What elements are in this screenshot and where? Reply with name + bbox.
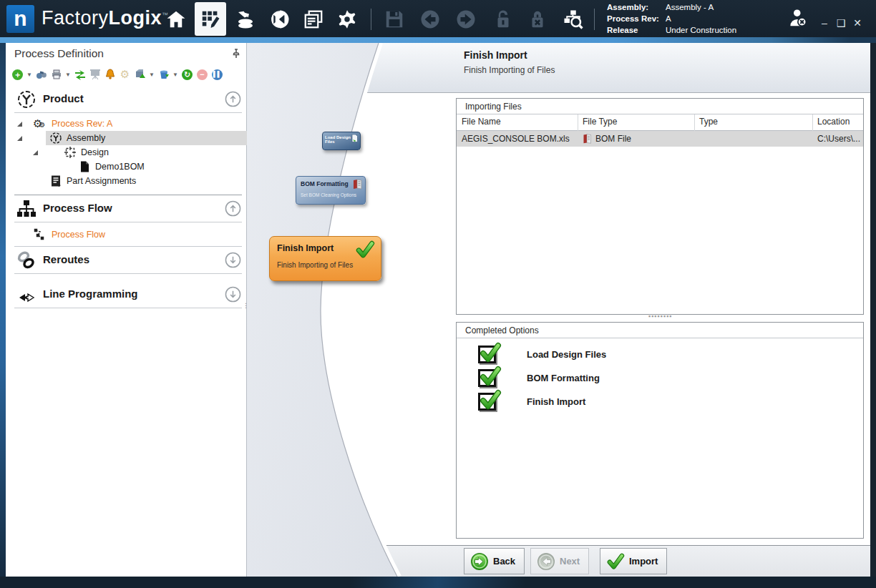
tree-item-assembly[interactable]: Assembly bbox=[6, 131, 247, 145]
assembly-label: Assembly: bbox=[607, 2, 666, 13]
home-icon[interactable] bbox=[162, 6, 190, 33]
window-frame-right bbox=[870, 43, 876, 577]
settings-gear-icon[interactable] bbox=[334, 6, 361, 33]
print-dropdown-icon[interactable]: ▼ bbox=[65, 72, 71, 78]
documents-icon[interactable] bbox=[300, 6, 327, 33]
completed-option-label: BOM Formatting bbox=[527, 373, 600, 383]
pause-icon[interactable]: ▌▌ bbox=[211, 69, 223, 81]
group-splitter-grip[interactable]: ▪▪▪▪▪▪▪▪ bbox=[644, 315, 676, 319]
wizard-step-title: Finish Import bbox=[464, 49, 527, 61]
table-row[interactable]: AEGIS_CONSOLE BOM.xls BOM File C:\Users\… bbox=[457, 131, 863, 147]
production-icon[interactable] bbox=[266, 6, 293, 33]
print-icon[interactable] bbox=[50, 69, 62, 81]
section-product[interactable]: Product bbox=[6, 87, 247, 112]
tree-item-label: Process Rev: A bbox=[52, 119, 112, 129]
step-card-finish-import[interactable]: Finish Import Finish Importing of Files bbox=[269, 236, 381, 281]
expander-icon[interactable] bbox=[17, 122, 22, 127]
pin-icon[interactable] bbox=[230, 48, 242, 62]
bom-file-icon bbox=[583, 134, 592, 144]
minimize-button[interactable]: – bbox=[817, 17, 832, 29]
find-binoculars-icon[interactable] bbox=[35, 69, 47, 81]
col-location[interactable]: Location bbox=[817, 117, 850, 127]
section-reroutes-label: Reroutes bbox=[43, 253, 89, 265]
section-reroutes[interactable]: Reroutes bbox=[6, 248, 247, 273]
lock-discard-icon bbox=[524, 6, 551, 33]
refresh-icon[interactable]: ↻ bbox=[181, 69, 193, 81]
step-title: Finish Import bbox=[277, 243, 334, 253]
completed-option-row: BOM Formatting bbox=[457, 368, 863, 391]
section-product-label: Product bbox=[43, 92, 84, 104]
expander-icon[interactable] bbox=[33, 150, 38, 155]
process-definition-icon[interactable] bbox=[195, 2, 226, 36]
add-dropdown-icon[interactable]: ▼ bbox=[26, 72, 32, 78]
presentation-icon bbox=[89, 69, 101, 81]
add-icon[interactable]: ＋ bbox=[11, 69, 24, 81]
sync-icon[interactable] bbox=[74, 69, 86, 81]
cell-file-type: BOM File bbox=[595, 134, 631, 144]
toolbar-separator bbox=[594, 9, 595, 30]
back-arrow-icon bbox=[470, 552, 489, 571]
npi-import-icon[interactable] bbox=[232, 6, 259, 33]
divider bbox=[14, 112, 242, 113]
expand-down-icon[interactable] bbox=[225, 252, 241, 268]
design-icon bbox=[64, 146, 77, 159]
logout-user-icon[interactable] bbox=[784, 4, 812, 31]
back-button[interactable]: Back bbox=[464, 548, 525, 574]
tree-item-demo1bom[interactable]: Demo1BOM bbox=[6, 160, 247, 174]
bom-book-icon bbox=[352, 179, 363, 190]
importing-files-title: Importing Files bbox=[457, 99, 863, 114]
unlock-icon bbox=[490, 6, 517, 33]
collapse-up-icon[interactable] bbox=[225, 200, 241, 217]
divider bbox=[14, 273, 242, 274]
deploy-icon[interactable] bbox=[134, 69, 146, 81]
process-flow-icon bbox=[16, 198, 37, 220]
bell-icon[interactable] bbox=[104, 69, 116, 81]
tree-item-design[interactable]: Design bbox=[6, 145, 247, 160]
tree-item-process-flow[interactable]: Process Flow bbox=[6, 226, 247, 243]
deploy-dropdown-icon[interactable]: ▼ bbox=[149, 72, 155, 78]
tree-item-process-rev[interactable]: ⚙⚙ Process Rev: A bbox=[6, 117, 247, 131]
save-icon bbox=[381, 6, 408, 33]
assembly-icon bbox=[49, 132, 62, 144]
step-card-load-design-files[interactable]: Load Design Files bbox=[322, 132, 361, 150]
process-search-icon[interactable] bbox=[560, 6, 587, 33]
cleanup-dropdown-icon[interactable]: ▼ bbox=[172, 72, 178, 78]
checked-checkbox-icon bbox=[478, 369, 496, 387]
completed-options-group: Completed Options Load Design Files BOM … bbox=[456, 322, 864, 539]
tree-item-part-assignments[interactable]: Part Assignments bbox=[6, 174, 247, 188]
expander-icon[interactable] bbox=[17, 136, 22, 141]
toolbar-separator bbox=[371, 9, 371, 30]
collapse-up-icon[interactable] bbox=[225, 91, 241, 107]
panel-splitter-grip[interactable]: ⋮⋮⋮ bbox=[243, 304, 245, 315]
import-button[interactable]: Import bbox=[600, 548, 667, 574]
line-programming-icon bbox=[16, 287, 37, 308]
app-brand: FactoryLogix™ bbox=[42, 7, 169, 29]
col-type[interactable]: Type bbox=[699, 117, 718, 127]
section-line-programming-label: Line Programming bbox=[43, 288, 138, 300]
divider bbox=[14, 195, 242, 195]
cell-file-name: AEGIS_CONSOLE BOM.xls bbox=[462, 134, 570, 144]
expand-down-icon[interactable] bbox=[225, 286, 241, 303]
section-process-flow[interactable]: Process Flow bbox=[6, 197, 247, 221]
cleanup-bucket-icon[interactable] bbox=[157, 69, 170, 81]
importing-files-group: Importing Files File Name File Type Type… bbox=[456, 98, 864, 315]
completed-option-label: Finish Import bbox=[527, 396, 585, 407]
next-button[interactable]: Next bbox=[530, 548, 589, 574]
process-rev-label: Process Rev: bbox=[607, 14, 666, 24]
close-button[interactable]: ✕ bbox=[850, 17, 865, 29]
window-frame-left bbox=[0, 43, 6, 577]
wizard-step-subtitle: Finish Importing of Files bbox=[464, 65, 555, 75]
col-file-type[interactable]: File Type bbox=[583, 117, 617, 127]
tree-item-label: Assembly bbox=[67, 133, 105, 143]
factorylogix-logo-icon: n bbox=[6, 5, 34, 33]
title-bar: n FactoryLogix™ Assembly: Assembly - bbox=[0, 0, 876, 37]
check-icon bbox=[355, 240, 375, 260]
col-file-name[interactable]: File Name bbox=[462, 117, 501, 127]
section-line-programming[interactable]: Line Programming bbox=[6, 283, 247, 307]
window-frame-bottom bbox=[0, 577, 876, 588]
divider bbox=[14, 246, 242, 247]
step-card-bom-formatting[interactable]: BOM Formatting Set BOM Cleaning Options bbox=[296, 176, 366, 205]
redo-forward-icon bbox=[452, 6, 480, 33]
tree-item-label: Process Flow bbox=[52, 230, 105, 240]
maximize-button[interactable]: ❑ bbox=[834, 17, 848, 29]
